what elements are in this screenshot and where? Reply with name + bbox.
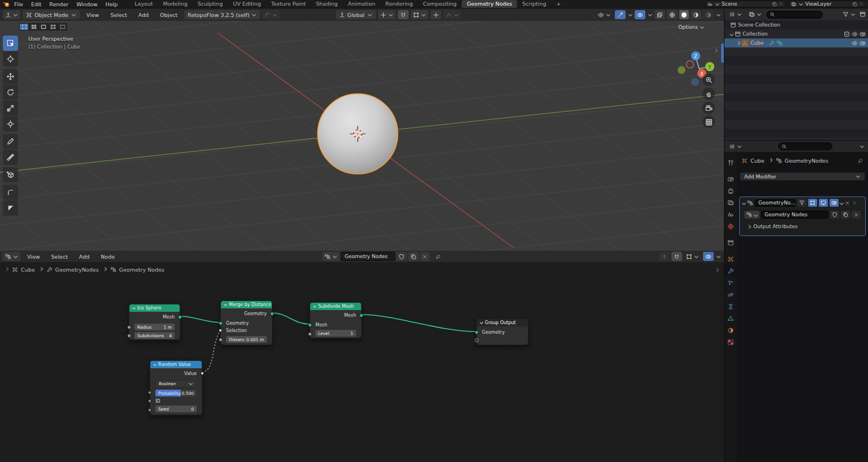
menu-render[interactable]: Render <box>45 1 72 7</box>
tab-add-workspace[interactable]: + <box>552 0 566 8</box>
go-parent-tree-button[interactable] <box>659 252 670 261</box>
props-search[interactable] <box>778 142 832 150</box>
outliner-search[interactable] <box>766 11 823 19</box>
select-mode-intersect[interactable] <box>58 23 67 30</box>
node-merge-by-distance[interactable]: Merge by Distance Geometry Geometry Sele… <box>220 300 272 345</box>
tab-collection[interactable] <box>724 237 737 249</box>
node-subdivide-mesh[interactable]: Subdivide Mesh Mesh Mesh Level1 <box>310 302 362 338</box>
duplicate-tree-button[interactable] <box>841 211 850 219</box>
tool-select-box[interactable] <box>3 36 18 51</box>
tab-sculpting[interactable]: Sculpting <box>193 0 228 8</box>
shading-material-button[interactable] <box>691 10 701 19</box>
breadcrumb-tree[interactable]: Geometry Nodes <box>119 267 164 273</box>
outliner-filter-button[interactable] <box>840 10 858 19</box>
render-camera-icon[interactable] <box>860 40 866 46</box>
tab-world[interactable] <box>724 220 737 232</box>
menu-file[interactable]: File <box>10 1 27 7</box>
ne-snap-toggle[interactable] <box>671 252 682 261</box>
props-filter-dropdown[interactable] <box>860 143 864 147</box>
tab-object-data[interactable] <box>724 312 737 324</box>
hide-eye-icon[interactable] <box>852 40 858 46</box>
region-collapse-icon[interactable] <box>715 268 719 272</box>
node-ico-sphere[interactable]: Ico Sphere Mesh Radius1 m Subdivisions4 <box>129 304 180 340</box>
ne-snap-mode-dropdown[interactable] <box>684 252 701 261</box>
vp-menu-object[interactable]: Object <box>155 12 182 18</box>
select-mode-new[interactable] <box>19 23 29 30</box>
socket-out-geometry[interactable] <box>270 312 274 316</box>
new-scene-icon[interactable] <box>772 2 777 7</box>
tool-annotate[interactable] <box>3 134 18 149</box>
tab-layout[interactable]: Layout <box>129 0 158 8</box>
falloff-dropdown[interactable] <box>444 10 461 19</box>
tab-shading[interactable]: Shading <box>311 0 343 8</box>
socket-out-mesh[interactable] <box>359 313 363 317</box>
viewport-3d[interactable]: Object Mode View Select Add Object Retop… <box>0 8 724 251</box>
tool-rotate[interactable] <box>3 85 18 100</box>
breadcrumb-modifier[interactable]: GeometryNodes <box>55 267 99 273</box>
tab-particles[interactable] <box>724 277 737 289</box>
orientation-dropdown[interactable]: Global <box>336 10 376 19</box>
select-mode-subtract[interactable] <box>38 23 48 30</box>
tab-constraints[interactable] <box>724 300 737 312</box>
ne-menu-add[interactable]: Add <box>75 254 94 260</box>
snap-mode-dropdown[interactable] <box>411 10 428 19</box>
socket-in-geometry[interactable] <box>475 330 479 334</box>
hide-eye-icon[interactable] <box>852 31 858 37</box>
outliner-row-scene-collection[interactable]: Scene Collection <box>724 20 868 29</box>
geometry-nodes-icon[interactable] <box>776 40 783 46</box>
zoom-button[interactable] <box>702 73 715 86</box>
new-collection-icon[interactable] <box>860 11 866 18</box>
tree-select-button[interactable] <box>744 211 760 219</box>
breadcrumb-object[interactable]: Cube <box>21 267 35 273</box>
ne-editor-type-button[interactable] <box>3 252 20 261</box>
modifier-panel[interactable]: GeometryNo... Geometry Nodes Output Attr… <box>739 197 866 236</box>
socket-in-seed[interactable] <box>147 408 152 412</box>
visibility-dropdown[interactable] <box>596 10 613 19</box>
exclude-checkbox-icon[interactable] <box>844 31 850 37</box>
proportional-edit-toggle[interactable] <box>431 10 441 19</box>
shading-rendered-button[interactable] <box>703 10 714 19</box>
pin-icon[interactable] <box>435 254 441 260</box>
ne-menu-select[interactable]: Select <box>47 254 72 260</box>
node-random-value[interactable]: Random Value Value Boolean Probability0.… <box>150 360 202 415</box>
ne-menu-view[interactable]: View <box>23 254 45 260</box>
modifier-expand-icon[interactable] <box>742 201 746 204</box>
tool-move[interactable] <box>3 69 18 84</box>
tool-add-cube[interactable] <box>3 167 18 182</box>
xray-toggle[interactable] <box>654 10 665 19</box>
modifier-edit-filter-toggle[interactable] <box>797 199 806 207</box>
tab-view-layer[interactable] <box>724 197 737 208</box>
tool-transform[interactable] <box>3 116 18 132</box>
remove-viewlayer-icon[interactable] <box>859 2 863 6</box>
overlays-dropdown[interactable] <box>648 12 652 16</box>
socket-in-geometry[interactable] <box>219 321 223 325</box>
socket-in-new[interactable] <box>475 338 479 342</box>
outliner-filter-mode[interactable] <box>747 10 764 19</box>
fake-user-button[interactable] <box>396 252 407 261</box>
node-editor[interactable]: View Select Add Node Geometry Nodes Cube <box>0 251 724 462</box>
ortho-toggle-button[interactable] <box>702 116 715 128</box>
tab-texture-paint[interactable]: Texture Paint <box>266 0 311 8</box>
unlink-tree-button[interactable] <box>852 211 861 219</box>
expand-icon[interactable] <box>736 41 740 45</box>
node-canvas[interactable]: Cube GeometryNodes Geometry Nodes Ico Sp… <box>0 262 724 462</box>
seed-field[interactable]: Seed0 <box>155 406 197 412</box>
ne-menu-node[interactable]: Node <box>96 254 119 260</box>
viewport-canvas[interactable]: User Perspective (1) Collection | Cube O… <box>0 21 724 251</box>
drag-grip-icon[interactable] <box>852 200 857 206</box>
unlink-tree-button[interactable] <box>420 252 429 261</box>
pin-icon[interactable] <box>857 158 863 164</box>
ne-overlays-dropdown[interactable] <box>717 254 721 258</box>
breadcrumb-modifier[interactable]: GeometryNodes <box>785 158 828 164</box>
addon-extra-dropdown[interactable] <box>262 10 280 19</box>
delete-scene-icon[interactable] <box>779 2 783 6</box>
viewlayer-selector[interactable]: ViewLayer <box>789 1 866 7</box>
tool-retopoflow-patches[interactable] <box>3 201 18 216</box>
vp-menu-view[interactable]: View <box>82 12 104 18</box>
snap-pivot-button[interactable] <box>378 10 396 19</box>
tab-object[interactable] <box>724 253 737 265</box>
tab-geometry-nodes[interactable]: Geometry Nodes <box>462 0 517 8</box>
duplicate-tree-button[interactable] <box>408 252 419 261</box>
new-viewlayer-icon[interactable] <box>852 2 857 7</box>
add-modifier-button[interactable]: Add Modifier <box>740 172 865 181</box>
